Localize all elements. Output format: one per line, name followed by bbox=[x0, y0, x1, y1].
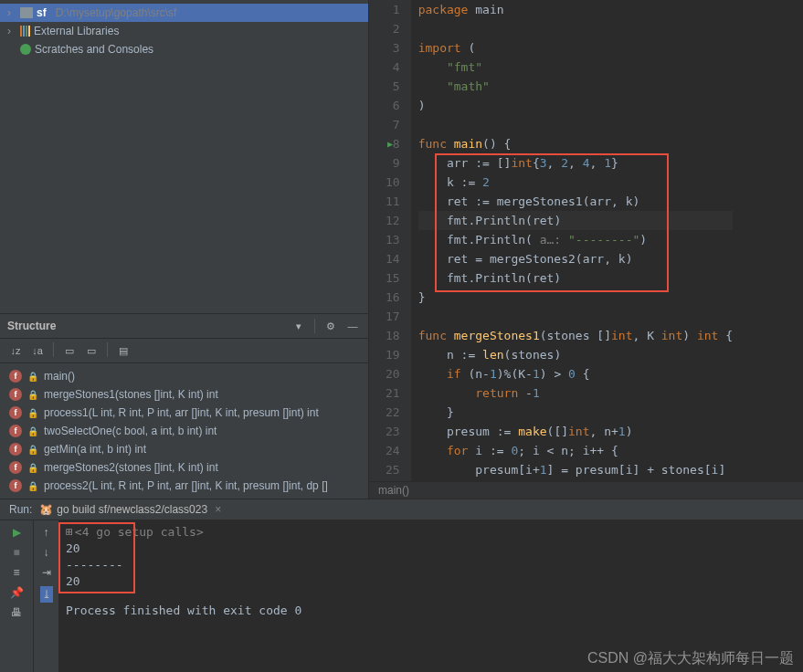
lock-icon: 🔒 bbox=[27, 463, 38, 473]
run-toolbar-nav: ↑ ↓ ⇥ ⤓ bbox=[33, 520, 58, 672]
struct-item[interactable]: f🔒process2(L int, R int, P int, arr []in… bbox=[0, 477, 368, 495]
stop-icon[interactable]: ■ bbox=[13, 546, 19, 559]
func-icon: f bbox=[9, 479, 22, 492]
sort-alpha-icon[interactable]: ↓a bbox=[29, 342, 46, 359]
project-tree[interactable]: › sf D:\mysetup\gopath\src\sf › External… bbox=[0, 0, 368, 313]
down-icon[interactable]: ↓ bbox=[44, 546, 49, 559]
close-icon[interactable]: × bbox=[215, 503, 221, 516]
structure-title: Structure bbox=[7, 320, 56, 332]
structure-list[interactable]: f🔒main() f🔒mergeStones1(stones []int, K … bbox=[0, 363, 368, 499]
library-icon bbox=[20, 26, 30, 37]
tree-root[interactable]: › sf D:\mysetup\gopath\src\sf bbox=[0, 4, 368, 22]
code-content[interactable]: package main import ( "fmt" "math") func… bbox=[411, 0, 740, 481]
scratches-label: Scratches and Consoles bbox=[35, 43, 153, 56]
func-icon: f bbox=[9, 370, 22, 383]
exit-line: Process finished with exit code 0 bbox=[66, 603, 796, 619]
func-icon: f bbox=[9, 388, 22, 401]
struct-item[interactable]: f🔒getMin(a int, b int) int bbox=[0, 440, 368, 458]
editor[interactable]: 12345678▶9101112131415161718192021222324… bbox=[369, 0, 803, 499]
lock-icon: 🔒 bbox=[27, 426, 38, 436]
wrap-icon[interactable]: ⇥ bbox=[42, 566, 51, 579]
scratch-icon bbox=[20, 44, 31, 55]
breadcrumb[interactable]: main() bbox=[369, 481, 803, 499]
external-libraries-label: External Libraries bbox=[34, 25, 119, 37]
run-label: Run: bbox=[9, 503, 32, 516]
lock-icon: 🔒 bbox=[27, 481, 38, 491]
gear-icon[interactable]: ⚙ bbox=[322, 318, 339, 334]
lock-icon: 🔒 bbox=[27, 445, 38, 455]
watermark: CSDN @福大大架构师每日一题 bbox=[587, 650, 794, 667]
minimize-icon[interactable]: — bbox=[344, 318, 361, 334]
console-line: 20 bbox=[66, 573, 796, 590]
folder-icon bbox=[20, 7, 33, 18]
root-path: D:\mysetup\gopath\src\sf bbox=[56, 6, 177, 19]
print-icon[interactable]: 🖶 bbox=[11, 606, 22, 619]
run-toolbar-left: ▶ ■ ≡ 📌 🖶 bbox=[0, 520, 33, 672]
sort-icon[interactable]: ↓z bbox=[7, 342, 24, 359]
run-tab[interactable]: 🐹 go build sf/newclass2/class023 × bbox=[39, 503, 221, 516]
struct-item[interactable]: f🔒mergeStones1(stones []int, K int) int bbox=[0, 385, 368, 404]
project-panel: › sf D:\mysetup\gopath\src\sf › External… bbox=[0, 0, 369, 499]
chevron-right-icon[interactable]: › bbox=[7, 6, 16, 19]
struct-item[interactable]: f🔒twoSelectOne(c bool, a int, b int) int bbox=[0, 422, 368, 440]
structure-panel: Structure ▾ ⚙ — ↓z ↓a ▭ ▭ ▤ f🔒main() f bbox=[0, 313, 368, 499]
root-name: sf bbox=[37, 6, 47, 19]
run-header: Run: 🐹 go build sf/newclass2/class023 × bbox=[0, 499, 803, 520]
go-icon: 🐹 bbox=[39, 503, 53, 516]
up-icon[interactable]: ↑ bbox=[44, 526, 49, 539]
lock-icon: 🔒 bbox=[27, 408, 38, 418]
struct-item[interactable]: f🔒mergeStones2(stones []int, K int) int bbox=[0, 458, 368, 477]
func-icon: f bbox=[9, 406, 22, 419]
collapse-all-icon[interactable]: ▭ bbox=[83, 342, 100, 359]
structure-header: Structure ▾ ⚙ — bbox=[0, 314, 368, 339]
collapse-icon[interactable]: ▾ bbox=[291, 318, 307, 334]
func-icon: f bbox=[9, 443, 22, 456]
scroll-icon[interactable]: ⤓ bbox=[40, 586, 53, 603]
console-line: 20 bbox=[66, 541, 796, 557]
fold-icon[interactable]: ⊞ bbox=[66, 524, 73, 541]
func-icon: f bbox=[9, 425, 22, 437]
chevron-right-icon[interactable]: › bbox=[7, 25, 16, 37]
run-console[interactable]: ⊞<4 go setup calls> 20 -------- 20 Proce… bbox=[58, 520, 803, 672]
lock-icon: 🔒 bbox=[27, 390, 38, 400]
tree-scratches[interactable]: Scratches and Consoles bbox=[0, 40, 368, 58]
run-panel: Run: 🐹 go build sf/newclass2/class023 × … bbox=[0, 499, 803, 672]
struct-item[interactable]: f🔒main() bbox=[0, 367, 368, 385]
layout-icon[interactable]: ≡ bbox=[13, 566, 19, 579]
pin-icon[interactable]: 📌 bbox=[10, 586, 24, 599]
rerun-icon[interactable]: ▶ bbox=[13, 526, 21, 539]
func-icon: f bbox=[9, 461, 22, 474]
console-line: -------- bbox=[66, 557, 796, 573]
struct-item[interactable]: f🔒process1(L int, R int, P int, arr []in… bbox=[0, 404, 368, 422]
tree-external-libraries[interactable]: › External Libraries bbox=[0, 22, 368, 40]
expand-icon[interactable]: ▭ bbox=[61, 342, 78, 359]
structure-toolbar: ↓z ↓a ▭ ▭ ▤ bbox=[0, 339, 368, 363]
lock-icon: 🔒 bbox=[27, 372, 38, 382]
filter-icon[interactable]: ▤ bbox=[115, 342, 132, 359]
gutter[interactable]: 12345678▶9101112131415161718192021222324… bbox=[369, 0, 411, 481]
